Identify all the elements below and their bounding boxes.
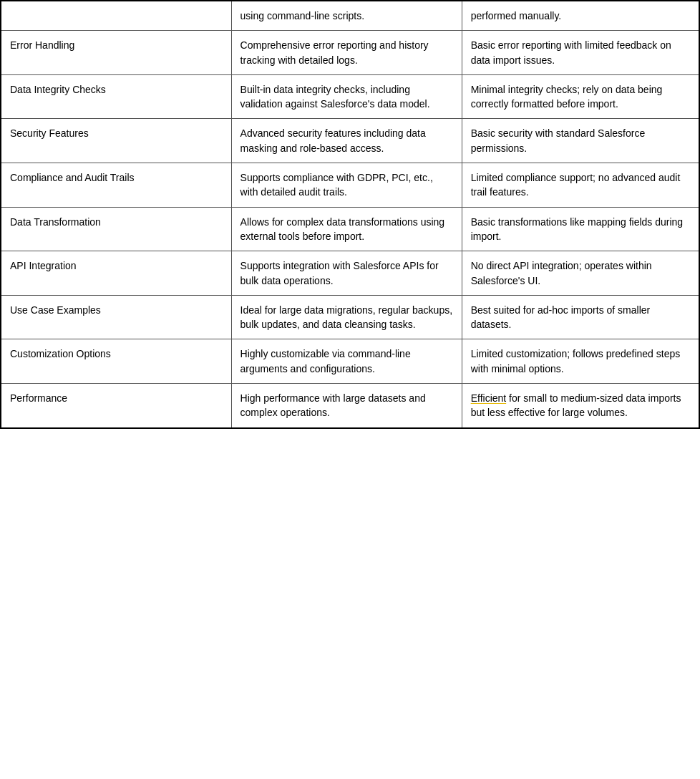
tool2-cell: Efficient for small to medium-sized data… [462,384,699,428]
tool1-cell: Built-in data integrity checks, includin… [231,74,462,119]
feature-cell: Error Handling [1,31,231,75]
feature-cell: Customization Options [1,339,231,384]
feature-cell: API Integration [1,251,231,296]
table-row: using command-line scripts.performed man… [1,1,699,31]
table-row: Compliance and Audit TrailsSupports comp… [1,163,699,208]
table-row: Customization OptionsHighly customizable… [1,339,699,384]
tool1-cell: High performance with large datasets and… [231,384,462,428]
tool2-cell: Minimal integrity checks; rely on data b… [462,74,699,119]
table-row: Security FeaturesAdvanced security featu… [1,119,699,163]
table-row: PerformanceHigh performance with large d… [1,384,699,428]
table-row: API IntegrationSupports integration with… [1,251,699,296]
tool2-cell: Basic transformations like mapping field… [462,207,699,251]
tool2-cell: Limited customization; follows predefine… [462,339,699,384]
table-row: Use Case ExamplesIdeal for large data mi… [1,295,699,339]
underlined-word: Efficient [471,392,507,404]
tool1-cell: Allows for complex data transformations … [231,207,462,251]
tool2-cell: No direct API integration; operates with… [462,251,699,296]
tool2-cell: performed manually. [462,1,699,31]
table-row: Data TransformationAllows for complex da… [1,207,699,251]
feature-cell: Data Transformation [1,207,231,251]
tool2-cell: Basic error reporting with limited feedb… [462,31,699,75]
tool2-cell: Best suited for ad-hoc imports of smalle… [462,295,699,339]
tool1-cell: using command-line scripts. [231,1,462,31]
feature-cell: Compliance and Audit Trails [1,163,231,208]
feature-cell [1,1,231,31]
tool2-cell: Limited compliance support; no advanced … [462,163,699,208]
table-row: Error HandlingComprehensive error report… [1,31,699,75]
comparison-table: using command-line scripts.performed man… [0,0,700,429]
tool1-cell: Supports integration with Salesforce API… [231,251,462,296]
tool1-cell: Advanced security features including dat… [231,119,462,163]
feature-cell: Use Case Examples [1,295,231,339]
tool1-cell: Supports compliance with GDPR, PCI, etc.… [231,163,462,208]
feature-cell: Data Integrity Checks [1,74,231,119]
feature-cell: Security Features [1,119,231,163]
tool1-cell: Ideal for large data migrations, regular… [231,295,462,339]
table-row: Data Integrity ChecksBuilt-in data integ… [1,74,699,119]
tool1-cell: Comprehensive error reporting and histor… [231,31,462,75]
feature-cell: Performance [1,384,231,428]
tool2-cell: Basic security with standard Salesforce … [462,119,699,163]
tool1-cell: Highly customizable via command-line arg… [231,339,462,384]
